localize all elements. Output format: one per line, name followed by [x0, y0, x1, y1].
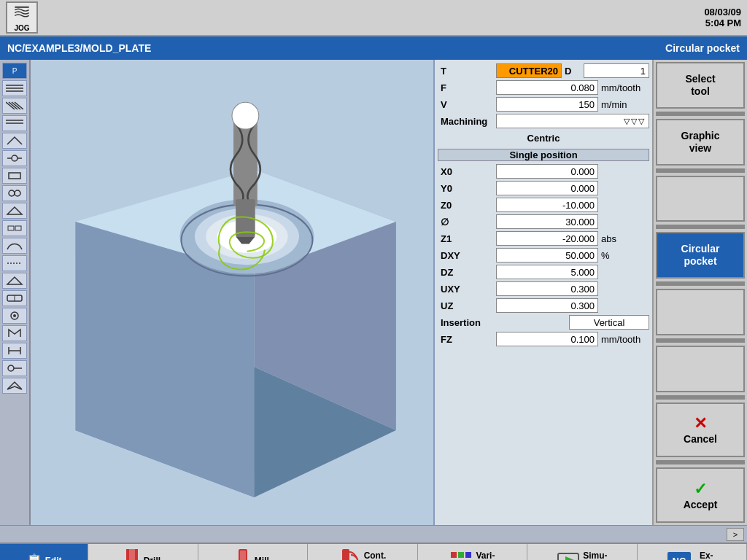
svg-point-27 [8, 365, 14, 371]
empty-btn-5[interactable] [656, 289, 745, 335]
machining-symbols[interactable]: ▽▽▽ [496, 114, 649, 128]
sidebar-icon-7[interactable] [2, 185, 27, 201]
sidebar-icon-17[interactable] [2, 360, 27, 376]
time-text: 5:04 PM [704, 18, 741, 28]
accept-label: Accept [684, 499, 718, 511]
edit-icon: 📋 [26, 553, 42, 560]
select-tool-button[interactable]: Selecttool [656, 62, 745, 109]
D-value[interactable]: 1 [584, 63, 649, 78]
UXY-value[interactable]: 0.300 [496, 281, 598, 296]
F-value[interactable]: 0.080 [496, 80, 598, 95]
contmill-button[interactable]: Cont.mill. [308, 544, 417, 560]
contmill-icon [339, 549, 361, 560]
sidebar-icon-15[interactable] [2, 325, 27, 341]
execute-button[interactable]: NC Ex-ecute [638, 544, 747, 560]
insertion-value[interactable]: Vertical [569, 315, 649, 330]
sidebar-icon-11[interactable] [2, 255, 27, 271]
svg-text:NC: NC [672, 556, 686, 560]
F-unit: mm/tooth [598, 82, 649, 93]
FZ-label: FZ [438, 334, 496, 345]
various-icon [449, 551, 473, 560]
T-value[interactable]: CUTTER20 [496, 63, 562, 78]
sidebar-icon-10[interactable] [2, 238, 27, 254]
param-row-machining: Machining ▽▽▽ [438, 113, 649, 129]
sidebar-icon-5[interactable] [2, 150, 27, 166]
edit-button[interactable]: 📋 Edit [0, 544, 88, 560]
FZ-value[interactable]: 0.100 [496, 332, 598, 346]
param-row-centric: Centric [438, 130, 649, 146]
sidebar-icon-6[interactable] [2, 168, 27, 184]
empty-btn-3[interactable] [656, 176, 745, 222]
diameter-label: ∅ [438, 217, 496, 228]
param-row-diameter: ∅ 30.000 [438, 214, 649, 230]
param-row-Z1: Z1 -20.000 abs [438, 230, 649, 246]
scroll-right-button[interactable]: > [727, 528, 744, 541]
DZ-label: DZ [438, 267, 496, 278]
separator-4 [656, 281, 745, 286]
V-value[interactable]: 150 [496, 97, 598, 112]
separator-5 [656, 338, 745, 343]
cancel-button[interactable]: ✕ Cancel [656, 402, 745, 458]
svg-rect-52 [451, 552, 457, 558]
sidebar-icon-3[interactable] [2, 115, 27, 131]
cancel-label: Cancel [684, 433, 717, 446]
circular-pocket-button[interactable]: Circularpocket [656, 232, 745, 279]
sidebar-icon-14[interactable] [2, 308, 27, 324]
Z0-value[interactable]: -10.000 [496, 198, 598, 212]
svg-rect-40 [233, 117, 258, 207]
Z1-value[interactable]: -20.000 [496, 231, 598, 246]
param-row-FZ: FZ 0.100 mm/tooth [438, 331, 649, 347]
nc-icon: NC [666, 551, 692, 560]
operation-title: Circular pocket [665, 42, 740, 54]
diameter-value[interactable]: 30.000 [496, 214, 598, 229]
jog-icon[interactable]: JOG [6, 1, 38, 34]
sidebar-icon-4[interactable] [2, 133, 27, 149]
accept-button[interactable]: ✓ Accept [656, 467, 745, 523]
sidebar-icon-2[interactable] [2, 98, 27, 114]
simulation-button[interactable]: Simu-lation [527, 544, 637, 560]
drill-label: Drill. [144, 556, 163, 560]
T-label: T [438, 66, 496, 77]
sidebar-icon-p[interactable]: P [2, 63, 27, 79]
graphic-view-button[interactable]: Graphicview [656, 119, 745, 166]
X0-label: X0 [438, 166, 496, 177]
sidebar-icon-8[interactable] [2, 203, 27, 219]
sidebar-icon-9[interactable] [2, 220, 27, 236]
jog-label: JOG [14, 24, 29, 32]
DXY-label: DXY [438, 250, 496, 261]
Y0-value[interactable]: 0.000 [496, 181, 598, 195]
sidebar-icon-13[interactable] [2, 290, 27, 306]
param-row-F: F 0.080 mm/tooth [438, 79, 649, 96]
svg-marker-19 [7, 277, 22, 284]
DXY-value[interactable]: 50.000 [496, 248, 598, 262]
empty-btn-6[interactable] [656, 346, 745, 392]
separator-7 [656, 460, 745, 464]
separator-6 [656, 395, 745, 400]
X0-value[interactable]: 0.000 [496, 164, 598, 179]
sidebar-icon-16[interactable] [2, 343, 27, 359]
UZ-value[interactable]: 0.300 [496, 298, 598, 313]
machining-label: Machining [438, 116, 496, 127]
graphic-area [31, 60, 433, 525]
sidebar-icon-1[interactable] [2, 80, 27, 96]
svg-rect-49 [240, 551, 246, 560]
execute-label: Ex-ecute [695, 551, 718, 560]
svg-point-15 [15, 190, 20, 196]
right-sidebar: Selecttool Graphicview Circularpocket ✕ … [652, 60, 747, 525]
various-button[interactable]: Vari-ous [418, 544, 527, 560]
title-bar: NC/EXAMPLE3/MOLD_PLATE Circular pocket [0, 36, 747, 60]
param-row-insertion: Insertion Vertical [438, 314, 649, 330]
V-label: V [438, 99, 496, 110]
topbar-left: JOG [6, 1, 38, 34]
svg-point-10 [12, 155, 18, 161]
mill-button[interactable]: Mill. [198, 544, 308, 560]
UZ-label: UZ [438, 300, 496, 311]
params-panel: T CUTTER20 D 1 F 0.080 mm/tooth V 150 m/… [433, 60, 652, 525]
svg-point-14 [9, 190, 15, 196]
sidebar-icon-18[interactable] [2, 378, 27, 394]
sidebar-icon-12[interactable] [2, 273, 27, 289]
svg-marker-59 [565, 556, 574, 560]
DZ-value[interactable]: 5.000 [496, 265, 598, 279]
drill-button[interactable]: Drill. [88, 544, 198, 560]
svg-marker-46 [129, 549, 135, 560]
